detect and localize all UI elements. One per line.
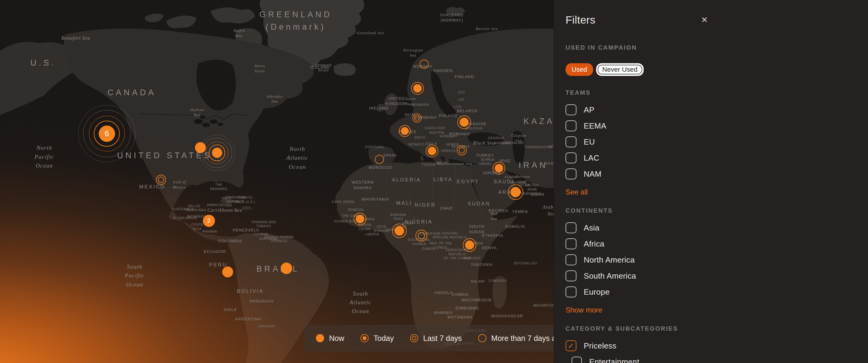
filter-checkbox-row[interactable]: Asia [565, 222, 868, 234]
continents-show-more-link[interactable]: Show more [565, 306, 602, 314]
marker-core [460, 118, 469, 127]
checkbox[interactable] [565, 153, 577, 163]
legend-item: Today [360, 334, 394, 343]
checkbox[interactable] [565, 136, 577, 147]
section-continents: CONTINENTS Asia Africa North [565, 207, 868, 314]
filter-checkbox-row[interactable]: LAC [565, 152, 868, 164]
legend-marker-icon [315, 334, 324, 343]
legend-label: Last 7 days [423, 334, 462, 343]
checkbox[interactable] [565, 340, 577, 351]
marker-core [414, 115, 420, 121]
marker-core [401, 127, 409, 135]
checkbox[interactable] [565, 254, 577, 265]
world-map-svg [0, 0, 554, 363]
marker-core [465, 240, 474, 250]
continents-options: Asia Africa North America South [565, 222, 868, 298]
filter-checkbox-row[interactable]: Europe [565, 286, 868, 298]
filter-checkbox-row[interactable]: NAM [565, 168, 868, 180]
checkbox-label: Asia [584, 223, 599, 233]
filter-checkbox-row[interactable]: AP [565, 104, 868, 116]
checkbox-label: Africa [584, 239, 604, 249]
page-title: Filters [565, 14, 595, 26]
legend-item: Now [315, 334, 344, 343]
filter-checkbox-row[interactable]: Priceless [565, 340, 868, 352]
section-heading: CONTINENTS [565, 207, 868, 214]
checkbox[interactable] [565, 222, 577, 233]
marker-core [418, 232, 425, 239]
marker-core [510, 187, 521, 197]
checkbox-label: Entertainment [589, 357, 640, 363]
marker-core [356, 215, 364, 223]
teams-options: AP EEMA EU LAC [565, 104, 868, 180]
category-options: Priceless Entertainment [565, 340, 868, 363]
filter-checkbox-row[interactable]: EEMA [565, 120, 868, 132]
section-teams: TEAMS AP EEMA EU [565, 89, 868, 196]
checkbox-label: Priceless [584, 341, 616, 351]
teams-see-all-link[interactable]: See all [565, 188, 588, 196]
checkbox[interactable] [565, 121, 577, 131]
checkbox-label: EU [584, 137, 595, 147]
campaign-chips: Used Never Used [565, 63, 868, 76]
close-icon[interactable]: ✕ [701, 16, 708, 24]
legend-label: Now [329, 334, 344, 343]
legend-label: More than 7 days ago [491, 334, 554, 343]
legend-label: Today [374, 334, 394, 343]
legend-item: Last 7 days [410, 334, 462, 343]
section-used-in-campaign: USED IN CAMPAIGN Used Never Used [565, 44, 868, 76]
legend-bar: Now Today Last 7 days [305, 325, 554, 352]
filter-checkbox-row[interactable]: Africa [565, 238, 868, 250]
marker-core [413, 84, 422, 93]
checkbox[interactable] [565, 104, 577, 115]
filter-checkbox-row[interactable]: Entertainment [571, 356, 868, 363]
marker-count: 2 [203, 215, 215, 227]
marker-count: 6 [99, 126, 115, 142]
section-heading: USED IN CAMPAIGN [565, 44, 868, 51]
checkbox[interactable] [565, 168, 577, 179]
marker-core [428, 147, 436, 155]
marker-core [459, 147, 465, 153]
checkbox[interactable] [571, 357, 582, 363]
checkbox-label: Europe [584, 287, 610, 297]
filters-panel: Filters ✕ USED IN CAMPAIGN Used Never Us… [554, 0, 868, 363]
checkbox-label: South America [584, 271, 636, 281]
filter-chip[interactable]: Used [565, 63, 593, 76]
filter-checkbox-row[interactable]: EU [565, 136, 868, 147]
filter-chip[interactable]: Never Used [596, 63, 643, 76]
section-category-subcategories: CATEGORY & SUBCATEGORIES Priceless Enter… [565, 325, 868, 363]
panel-header: Filters ✕ [565, 13, 708, 27]
marker-core [212, 147, 222, 158]
checkbox-label: North America [584, 255, 635, 265]
checkbox-label: LAC [584, 153, 599, 163]
marker-core [222, 266, 233, 277]
checkbox[interactable] [565, 270, 577, 281]
checkbox-label: EEMA [584, 121, 607, 131]
legend-marker-icon [410, 334, 419, 343]
world-map[interactable]: GREENLAND (Denmark) CANADA U.S. UNITED S… [0, 0, 554, 363]
filter-checkbox-row[interactable]: South America [565, 270, 868, 282]
checkbox-label: NAM [584, 169, 601, 179]
marker-core [495, 164, 503, 172]
legend-marker-icon [360, 334, 369, 343]
marker-core [281, 263, 292, 274]
marker-core [395, 226, 404, 236]
checkbox-label: AP [584, 105, 594, 114]
marker-core [420, 60, 429, 69]
marker-core [158, 177, 164, 183]
legend-item: More than 7 days ago [478, 334, 554, 343]
section-heading: TEAMS [565, 89, 868, 96]
filter-checkbox-row[interactable]: North America [565, 254, 868, 266]
checkbox[interactable] [565, 287, 577, 297]
app: GREENLAND (Denmark) CANADA U.S. UNITED S… [0, 0, 868, 363]
legend-marker-icon [478, 334, 487, 343]
checkbox[interactable] [565, 238, 577, 249]
marker-core [375, 155, 384, 164]
section-heading: CATEGORY & SUBCATEGORIES [565, 325, 868, 332]
